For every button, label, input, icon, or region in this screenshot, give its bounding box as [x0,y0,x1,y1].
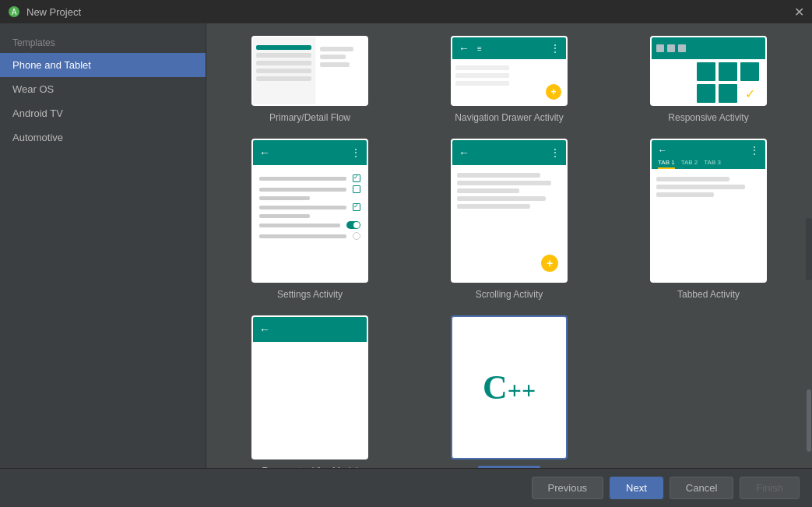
template-nav-drawer[interactable]: ← ≡ ⋮ + Navigation Drawer Activity [421,36,597,123]
template-responsive[interactable]: ✓ Responsive Activity [620,36,796,123]
template-primary-detail[interactable]: Primary/Detail Flow [222,36,398,123]
fab-icon: + [541,255,558,272]
back-arrow-icon: ← [259,323,270,336]
svg-rect-6 [719,84,737,103]
template-settings-label: Settings Activity [277,289,343,300]
checkbox-icon [353,203,360,211]
menu-dots-icon: ⋮ [351,147,360,158]
svg-rect-2 [697,62,715,81]
sidebar-item-automotive[interactable]: Automotive [0,125,206,150]
svg-rect-3 [719,62,737,81]
template-scrolling-label: Scrolling Activity [476,289,543,300]
cancel-button[interactable]: Cancel [670,477,733,499]
new-project-window: A New Project ✕ Templates Phone and Tabl… [0,0,812,507]
back-arrow-icon: ← [459,42,469,55]
next-button[interactable]: Next [610,477,663,499]
window-title: New Project [26,6,81,18]
template-responsive-label: Responsive Activity [668,112,748,123]
template-fragment-viewmodel[interactable]: ← Fragment + ViewModel [222,315,398,468]
menu-dots-icon: ⋮ [550,147,560,158]
svg-rect-4 [740,62,759,81]
previous-button[interactable]: Previous [532,477,604,499]
svg-rect-5 [697,84,715,103]
checkbox-icon [353,174,360,182]
sidebar-item-android-tv[interactable]: Android TV [0,101,206,125]
toggle-icon [346,221,360,229]
radio-icon [353,232,360,240]
cpp-logo: C++ [483,368,536,407]
sidebar: Templates Phone and Tablet Wear OS Andro… [0,23,206,468]
main-content: Templates Phone and Tablet Wear OS Andro… [0,23,812,468]
svg-text:✓: ✓ [745,87,755,100]
close-button[interactable]: ✕ [794,5,804,19]
svg-text:A: A [12,8,17,16]
sidebar-section-label: Templates [0,31,206,53]
empty-cell [620,315,796,468]
template-native-cpp[interactable]: C++ Native C++ [421,315,597,468]
titlebar: A New Project ✕ [0,0,812,23]
templates-area: Primary/Detail Flow ← ≡ ⋮ [206,23,812,468]
template-tabbed-label: Tabbed Activity [677,289,740,300]
template-nav-drawer-label: Navigation Drawer Activity [455,112,563,123]
back-arrow-icon: ← [459,146,469,159]
back-arrow-icon: ← [259,146,270,159]
checkbox-icon [353,185,360,193]
templates-grid: Primary/Detail Flow ← ≡ ⋮ [206,23,812,468]
sidebar-item-wear-os[interactable]: Wear OS [0,77,206,101]
responsive-chart: ✓ [697,62,759,105]
finish-button[interactable]: Finish [740,477,800,499]
template-primary-detail-label: Primary/Detail Flow [269,112,350,123]
app-icon: A [8,5,20,18]
menu-dots-icon: ⋮ [550,43,560,54]
template-scrolling[interactable]: ← ⋮ + Scrolling Activity [421,139,597,300]
template-settings[interactable]: ← ⋮ [222,139,398,300]
footer: Previous Next Cancel Finish [0,468,812,507]
template-tabbed[interactable]: ← ⋮ TAB 1 TAB 2 TAB 3 [620,139,796,300]
fab-button: + [546,84,561,100]
sidebar-item-phone-tablet[interactable]: Phone and Tablet [0,53,206,77]
